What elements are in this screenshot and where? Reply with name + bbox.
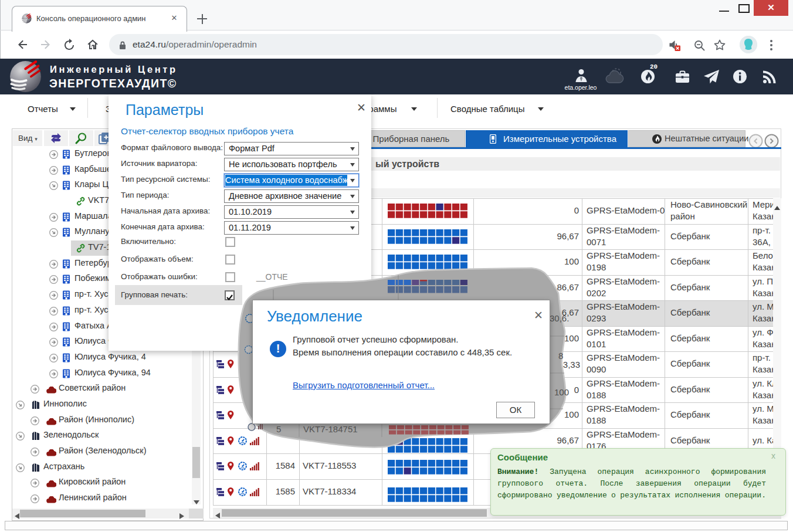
svg-text:__ОТЧЕ: __ОТЧЕ <box>256 272 288 282</box>
svg-text:VKT7-184751: VKT7-184751 <box>303 424 358 434</box>
svg-text:30,6.: 30,6. <box>550 313 569 323</box>
svg-text:8: 8 <box>558 351 563 361</box>
svg-text:5: 5 <box>276 424 281 434</box>
svg-text:100: 100 <box>554 387 569 397</box>
